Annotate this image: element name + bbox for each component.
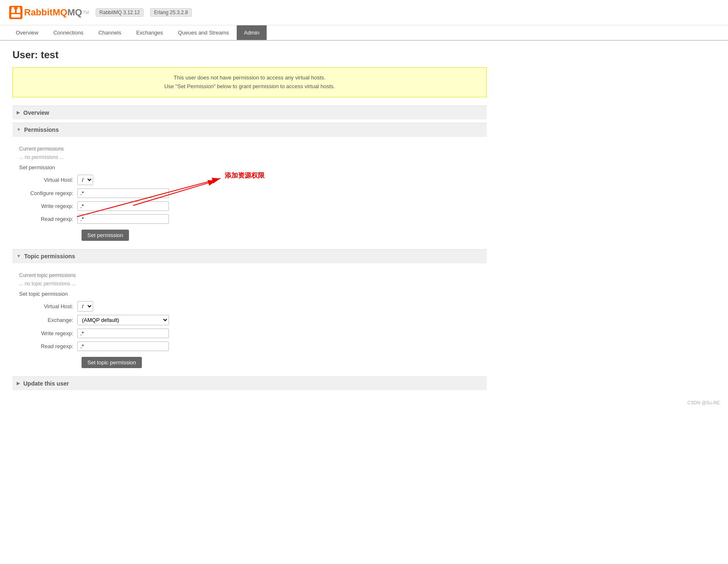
svg-rect-3 <box>11 14 20 17</box>
write-input[interactable] <box>77 201 169 211</box>
no-topic-perms-text: ... no topic permissions ... <box>19 281 480 287</box>
permissions-arrow: ▼ <box>17 127 21 132</box>
topic-section-header[interactable]: ▼ Topic permissions <box>12 249 487 263</box>
nav-exchanges[interactable]: Exchanges <box>129 25 170 40</box>
footer: CSDN @Su-RE <box>0 398 728 407</box>
topic-read-row: Read regexp: <box>19 341 480 351</box>
configure-row: Configure regexp: <box>19 188 480 198</box>
page-header: RabbitMQMQTM RabbitMQ 3.12.12 Erlang 25.… <box>0 0 728 25</box>
set-permission-label: Set permission <box>19 164 480 171</box>
logo-mq-text: MQ <box>67 7 82 18</box>
topic-vhost-select[interactable]: / <box>77 301 93 312</box>
page-title: User: test <box>12 49 487 61</box>
set-permission-button[interactable]: Set permission <box>82 230 129 241</box>
topic-read-label: Read regexp: <box>19 343 77 349</box>
svg-point-4 <box>12 7 14 10</box>
set-topic-permission-label: Set topic permission <box>19 291 480 297</box>
write-label: Write regexp: <box>19 203 77 209</box>
permissions-section-header[interactable]: ▼ Permissions <box>12 123 487 136</box>
overview-arrow: ▶ <box>17 110 20 115</box>
nav-overview[interactable]: Overview <box>8 25 46 40</box>
topic-vhost-label: Virtual Host: <box>19 303 77 309</box>
erlang-version: Erlang 25.3.2.8 <box>150 8 191 17</box>
current-topic-perms-label: Current topic permissions <box>19 272 480 278</box>
nav-admin[interactable]: Admin <box>237 25 267 40</box>
main-nav: Overview Connections Channels Exchanges … <box>0 25 728 41</box>
topic-section-body: Current topic permissions ... no topic p… <box>12 263 487 373</box>
vhost-row: Virtual Host: / <box>19 175 480 185</box>
read-row: Read regexp: <box>19 214 480 224</box>
update-section-header[interactable]: ▶ Update this user <box>12 376 487 390</box>
svg-rect-2 <box>17 9 20 13</box>
svg-point-5 <box>17 7 20 10</box>
write-row: Write regexp: <box>19 201 480 211</box>
warning-banner: This user does not have permission to ac… <box>12 67 487 97</box>
nav-queues[interactable]: Queues and Streams <box>171 25 237 40</box>
permissions-label: Permissions <box>24 126 59 133</box>
read-input[interactable] <box>77 214 169 224</box>
no-perms-text: ... no permissions ... <box>19 154 480 160</box>
set-topic-permission-button[interactable]: Set topic permission <box>82 357 142 368</box>
main-content: User: test This user does not have permi… <box>0 41 499 398</box>
current-perms-label: Current permissions <box>19 146 480 152</box>
topic-label: Topic permissions <box>24 253 75 260</box>
nav-channels[interactable]: Channels <box>91 25 129 40</box>
configure-label: Configure regexp: <box>19 190 77 196</box>
configure-input[interactable] <box>77 188 169 198</box>
logo-rabbit-text: RabbitMQ <box>24 7 67 18</box>
topic-write-input[interactable] <box>77 329 169 338</box>
permissions-section-body: Current permissions ... no permissions .… <box>12 136 487 246</box>
vhost-label: Virtual Host: <box>19 177 77 183</box>
read-label: Read regexp: <box>19 216 77 222</box>
topic-vhost-row: Virtual Host: / <box>19 301 480 312</box>
update-label: Update this user <box>23 380 69 387</box>
logo-tm: TM <box>83 10 89 15</box>
svg-rect-1 <box>11 9 15 13</box>
exchange-row: Exchange: (AMQP default) <box>19 315 480 325</box>
nav-connections[interactable]: Connections <box>46 25 91 40</box>
topic-arrow: ▼ <box>17 254 21 258</box>
logo: RabbitMQMQTM <box>8 5 89 20</box>
topic-read-input[interactable] <box>77 341 169 351</box>
exchange-label: Exchange: <box>19 317 77 323</box>
update-arrow: ▶ <box>17 381 20 386</box>
topic-write-label: Write regexp: <box>19 330 77 336</box>
exchange-select[interactable]: (AMQP default) <box>77 315 169 325</box>
overview-label: Overview <box>23 109 49 116</box>
rabbitmq-logo-icon <box>8 5 23 20</box>
overview-section-header[interactable]: ▶ Overview <box>12 106 487 119</box>
topic-write-row: Write regexp: <box>19 329 480 338</box>
vhost-select[interactable]: / <box>77 175 93 185</box>
rabbitmq-version: RabbitMQ 3.12.12 <box>96 8 144 17</box>
